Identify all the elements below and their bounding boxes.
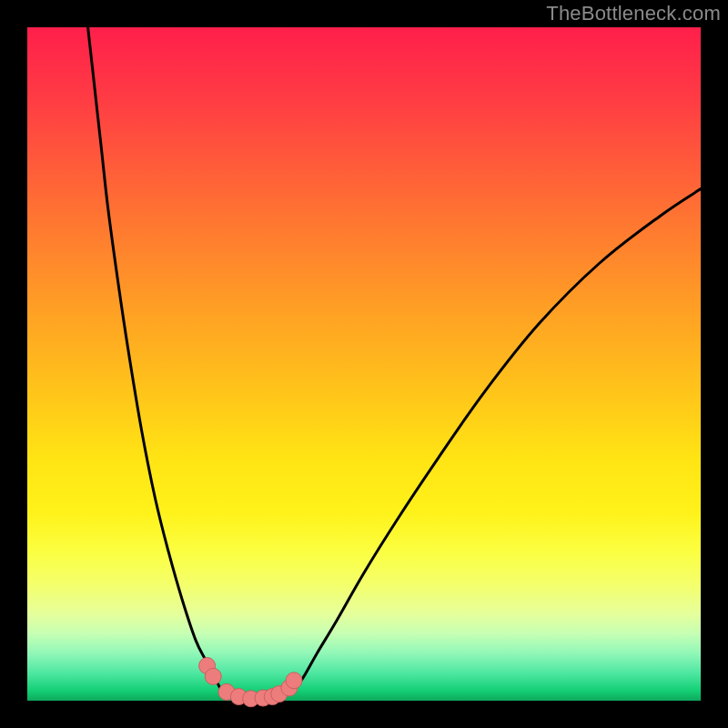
plot-area xyxy=(27,27,701,701)
watermark-text: TheBottleneck.com xyxy=(546,2,721,25)
curve-marker xyxy=(286,672,302,689)
bottleneck-curve xyxy=(88,27,701,699)
curve-marker xyxy=(205,668,221,684)
chart-frame: TheBottleneck.com xyxy=(0,0,728,728)
chart-svg xyxy=(27,27,701,701)
curve-markers xyxy=(199,658,302,707)
